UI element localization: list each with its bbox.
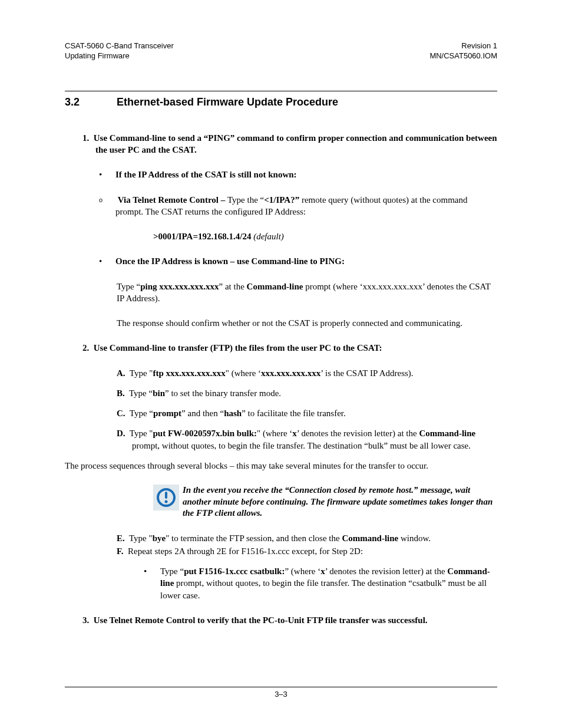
divider: [65, 91, 497, 91]
section-number: 3.2: [65, 96, 117, 108]
warning-note: In the event you receive the “Connection…: [153, 485, 497, 519]
step-1-bullet-1-text: If the IP Address of the CSAT is still n…: [115, 170, 297, 179]
warning-text: In the event you receive the “Connection…: [183, 485, 497, 519]
step-1-text: Use Command-line to send a “PING” comman…: [94, 133, 497, 154]
step-2D: D. Type "put FW-0020597x.bin bulk:" (whe…: [117, 427, 497, 452]
step-1-marker: 1.: [82, 133, 89, 143]
step-1-telnet-text: Via Telnet Remote Control – Type the “<1…: [115, 194, 497, 218]
header-left: CSAT-5060 C-Band Transceiver Updating Fi…: [65, 41, 174, 61]
header-revision: Revision 1: [429, 41, 497, 51]
step-1-bullet-2-text: Once the IP Address is known – use Comma…: [115, 256, 345, 266]
step-2-text: Use Command-line to transfer (FTP) the f…: [94, 343, 382, 353]
step-2F: F. Repeat steps 2A through 2E for F1516-…: [117, 545, 497, 557]
step-3-text: Use Telnet Remote Control to verify that…: [94, 615, 428, 625]
step-2F-sub: • Type “put F1516-1x.ccc csatbulk:” (whe…: [144, 565, 497, 601]
page-header: CSAT-5060 C-Band Transceiver Updating Fi…: [65, 41, 497, 61]
bullet-icon: •: [99, 255, 115, 267]
step-1-ping-instr: Type “ping xxx.xxx.xxx.xxx” at the Comma…: [117, 281, 497, 305]
section-title-text: Ethernet-based Firmware Update Procedure: [117, 96, 338, 108]
step-2-marker: 2.: [82, 343, 89, 353]
page: CSAT-5060 C-Band Transceiver Updating Fi…: [0, 0, 562, 728]
page-footer: 3–3: [65, 687, 497, 699]
step-1-telnet: o Via Telnet Remote Control – Type the “…: [99, 194, 497, 218]
svg-point-2: [165, 500, 168, 503]
divider: [65, 687, 497, 687]
step-1: 1. Use Command-line to send a “PING” com…: [82, 132, 497, 156]
step-2: 2. Use Command-line to transfer (FTP) th…: [82, 342, 497, 354]
page-number: 3–3: [65, 690, 497, 699]
step-3-marker: 3.: [82, 615, 89, 625]
svg-rect-1: [165, 492, 167, 499]
step-1-ipa-response: >0001/IPA=192.168.1.4/24 (default): [153, 230, 497, 242]
step-1-bullet-2: • Once the IP Address is known – use Com…: [99, 255, 497, 267]
header-section: Updating Firmware: [65, 51, 174, 61]
bullet-icon: •: [99, 169, 115, 180]
step-2E: E. Type "bye" to terminate the FTP sessi…: [117, 532, 497, 544]
alert-icon: [153, 485, 179, 510]
step-1-ping-result: The response should confirm whether or n…: [117, 317, 497, 329]
bullet-icon: •: [144, 565, 160, 601]
step-2C: C. Type “prompt” and then “hash” to faci…: [117, 407, 497, 419]
hollow-bullet-icon: o: [99, 194, 115, 218]
section-heading: 3.2Ethernet-based Firmware Update Proced…: [65, 96, 497, 108]
step-2-process-note: The process sequences through several bl…: [65, 460, 497, 472]
header-product: CSAT-5060 C-Band Transceiver: [65, 41, 174, 51]
header-docid: MN/CSAT5060.IOM: [429, 51, 497, 61]
step-3: 3. Use Telnet Remote Control to verify t…: [82, 614, 497, 626]
step-2A: A. Type "ftp xxx.xxx.xxx.xxx" (where ‘xx…: [117, 367, 497, 379]
step-1-bullet-1: • If the IP Address of the CSAT is still…: [99, 169, 497, 180]
step-2B: B. Type “bin” to set the binary transfer…: [117, 387, 497, 399]
step-2F-sub-text: Type “put F1516-1x.ccc csatbulk:” (where…: [160, 565, 497, 601]
header-right: Revision 1 MN/CSAT5060.IOM: [429, 41, 497, 61]
content-body: 1. Use Command-line to send a “PING” com…: [65, 132, 497, 626]
